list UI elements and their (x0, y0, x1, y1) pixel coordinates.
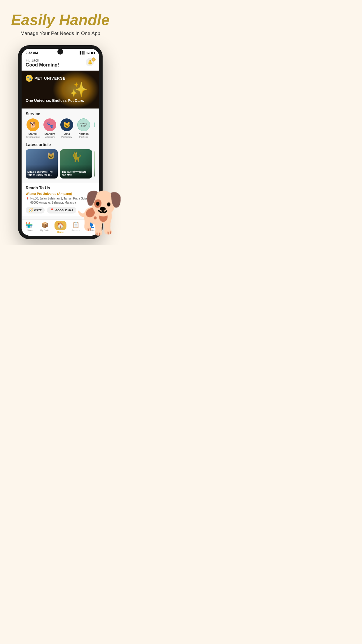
article-cat-icon: 🐱 (47, 152, 55, 160)
banner[interactable]: 🐾 PET UNIVERSE One Universe, Endless Pet… (22, 71, 99, 108)
signal-icon: ▌▌▌ (80, 51, 85, 54)
service-item-luna[interactable]: 🐱 Luna Pet Gallery (59, 118, 74, 138)
greeting-hi: Hi, Jack (26, 58, 59, 62)
article-card-3[interactable]: 🐕 The Ad of Buc... Brav... (94, 149, 95, 178)
article-card-1[interactable]: 🐱 Miracle on Paws: The Tale of Lucky the… (26, 149, 58, 178)
service-section-title: Service (26, 111, 95, 116)
luna-sub: Pet Gallery (61, 136, 72, 138)
waze-label: WAZE (34, 209, 42, 212)
service-item-cosmos[interactable]: ComingSoon Cosmos Academy (93, 118, 95, 138)
article-dog-icon: 🐈 (71, 152, 82, 162)
location-pin-icon: 📍 (26, 197, 29, 201)
service-item-starlux[interactable]: 🐕 Starlux Groom & Stay (26, 118, 40, 138)
battery-icon: ▮▮▮ (91, 51, 95, 54)
luna-circle: 🐱 (60, 118, 73, 131)
service-item-starlight[interactable]: 🐾 Starlight Veterinary (43, 118, 57, 138)
waze-icon: 🧭 (29, 208, 33, 212)
article-card-2[interactable]: 🐈 The Tale of Whiskers and Max (60, 149, 92, 178)
notification-bell[interactable]: 🔔 2 (86, 58, 95, 67)
phone-wrapper: 9:32 AM ▌▌▌ 4G ▮▮▮ Hi, Jack Good Morning (0, 45, 121, 245)
page-container: Easily Handle Manage Your Pet Needs In O… (0, 0, 121, 245)
service-grid: 🐕 Starlux Groom & Stay 🐾 Starlight Veter… (26, 118, 95, 139)
article-overlay-3: The Ad of Buc... Brav... (94, 168, 95, 178)
starlight-name: Starlight (45, 132, 55, 135)
app-header: Hi, Jack Good Morning! 🔔 2 (22, 56, 99, 71)
home-highlight: 🏠 (55, 221, 66, 230)
starlight-circle: 🐾 (43, 118, 56, 131)
myorder-label: My Order (40, 229, 50, 232)
banner-logo-area: 🐾 PET UNIVERSE (26, 75, 66, 82)
estore-label: eStore (26, 229, 33, 232)
starlight-icon: 🐾 (46, 121, 54, 128)
google-map-icon: 📍 (50, 208, 54, 212)
greeting-area: Hi, Jack Good Morning! (26, 58, 59, 68)
dog-illustration: 🐕 (77, 192, 121, 233)
home-label: Home (57, 231, 64, 233)
starlight-sub: Veterinary (45, 136, 55, 138)
starlux-sub: Groom & Stay (26, 136, 40, 138)
status-time: 9:32 AM (26, 51, 38, 55)
article-header: Latest article (26, 142, 95, 147)
greeting-main: Good Morning! (26, 62, 59, 68)
nav-item-myorder[interactable]: 📦 My Order (37, 221, 52, 233)
nourish-circle: ComingSoon (77, 118, 90, 131)
cosmos-circle: ComingSoon (94, 118, 95, 131)
home-icon: 🏠 (57, 222, 64, 229)
article-section-title: Latest article (26, 142, 51, 147)
waze-button[interactable]: 🧭 WAZE (26, 207, 45, 214)
myorder-icon: 📦 (41, 221, 48, 228)
starlux-icon: 🐕 (29, 121, 37, 128)
notification-badge: 2 (92, 57, 96, 62)
reach-title: Reach To Us (26, 186, 95, 190)
article-overlay-2: The Tale of Whiskers and Max (60, 164, 92, 178)
hero-subtitle: Manage Your Pet Needs In One App (6, 31, 115, 36)
brand-logo-circle: 🐾 (26, 75, 33, 82)
banner-figure: ✨ (61, 71, 96, 108)
article-grid: 🐱 Miracle on Paws: The Tale of Lucky the… (26, 149, 95, 180)
luna-name: Luna (64, 132, 70, 135)
hero-title: Easily Handle (6, 12, 115, 28)
nav-item-estore[interactable]: 🏪 eStore (22, 221, 37, 233)
starlux-circle: 🐕 (27, 118, 39, 131)
status-icons: ▌▌▌ 4G ▮▮▮ (80, 51, 95, 54)
nourish-coming-soon: ComingSoon (80, 123, 87, 127)
service-item-nourish[interactable]: ComingSoon Nourish Pet Food (76, 118, 91, 138)
article-overlay-1: Miracle on Paws: The Tale of Lucky the C… (26, 164, 58, 178)
article-title-1: Miracle on Paws: The Tale of Lucky the C… (27, 170, 56, 177)
google-map-label: GOOGLE MAP (55, 209, 73, 212)
network-icon: 4G (86, 51, 90, 54)
luna-icon: 🐱 (63, 121, 71, 128)
hero-section: Easily Handle Manage Your Pet Needs In O… (0, 0, 121, 45)
nourish-name: Nourish (79, 132, 89, 135)
estore-icon: 🏪 (26, 221, 33, 228)
google-map-button[interactable]: 📍 GOOGLE MAP (47, 207, 76, 214)
nav-item-home[interactable]: 🏠 Home (52, 221, 68, 233)
article-title-2: The Tale of Whiskers and Max (62, 170, 90, 177)
nourish-sub: Pet Food (79, 136, 88, 138)
starlux-name: Starlux (29, 132, 38, 135)
phone-notch (57, 49, 63, 55)
